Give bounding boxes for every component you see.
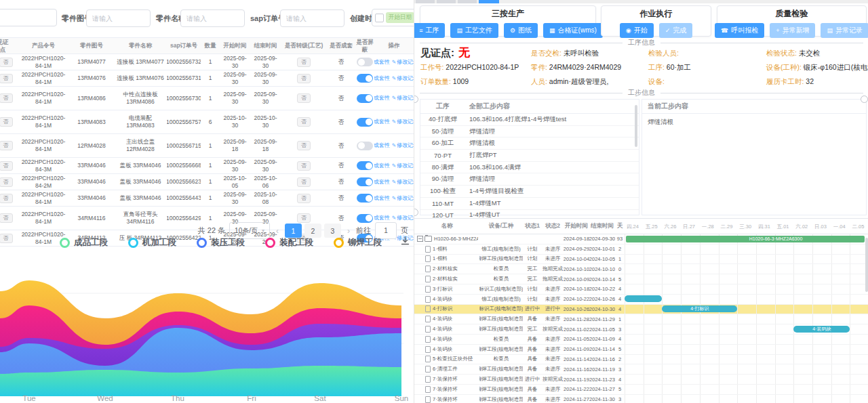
splitter-handle[interactable] [414,96,418,103]
checkbox-icon[interactable] [375,14,384,22]
modify-record-link[interactable]: ✎修改记录 [392,195,414,202]
gantt-bar-task[interactable]: 4·装码块 [793,326,850,333]
kit-link[interactable]: ⌂成套性 [374,195,390,202]
gantt-timeline-row[interactable] [625,295,868,305]
modify-record-link[interactable]: ✎修改记录 [392,163,414,169]
shield-toggle[interactable] [357,214,373,223]
step-row[interactable]: 100·检查1-4号焊缝目视检查 [420,186,639,198]
witness-chip-button[interactable]: 否 [0,194,13,203]
transfer-chip-button[interactable]: 否 [297,74,311,83]
transfer-chip-button[interactable]: 否 [297,117,311,127]
shield-toggle[interactable] [357,118,373,127]
shield-toggle[interactable] [357,58,373,66]
transfer-chip-button[interactable]: 否 [297,58,311,67]
modify-record-link[interactable]: ✎修改记录 [392,75,414,82]
shield-toggle[interactable] [357,194,373,203]
step-row[interactable]: 110·MT1-4焊缝MT [420,198,639,210]
gantt-timeline-row[interactable]: 4·装码块 [625,324,868,335]
page-button-3[interactable]: 3 [324,224,341,238]
gantt-timeline-row[interactable] [625,245,868,255]
page-button-2[interactable]: 2 [304,224,321,238]
witness-chip-button[interactable]: 否 [0,74,13,83]
shield-toggle[interactable] [357,177,373,186]
legend-item[interactable]: 成品工段 [60,237,108,249]
gantt-timeline-row[interactable] [625,395,868,403]
gantt-timeline-row[interactable] [625,314,868,324]
button-合格证(wms)[interactable]: ▦合格证(wms) [543,23,603,38]
transfer-chip-button[interactable]: 否 [297,177,311,187]
shield-toggle[interactable] [357,142,373,150]
truncated-filter-input[interactable] [0,9,57,26]
create-time-range-picker[interactable]: 开始日期 - 结束日期 [372,9,414,26]
button-呼叫报检[interactable]: ☎呼叫报检 [715,23,764,38]
witness-chip-button[interactable]: 否 [0,117,13,127]
tab-segment[interactable] [458,0,477,3]
gantt-timeline-row[interactable] [625,264,868,274]
gantt-timeline-row[interactable] [625,255,868,265]
page-button-1[interactable]: 1 [285,224,302,238]
transfer-chip-button[interactable]: 否 [297,213,311,223]
button-图纸[interactable]: ⚙图纸 [504,23,538,38]
tab-segment[interactable] [416,0,435,3]
collapse-icon[interactable] [417,236,423,242]
active-tab-segment[interactable] [479,0,499,3]
gantt-timeline-row[interactable]: 4·打标识 [625,305,868,315]
legend-item[interactable]: 铆焊工段 [334,237,382,249]
witness-chip-button[interactable]: 否 [0,58,13,67]
shield-toggle[interactable] [357,74,373,83]
gantt-timeline-row[interactable] [625,355,868,365]
transfer-chip-button[interactable]: 否 [297,141,311,150]
modify-record-link[interactable]: ✎修改记录 [392,215,414,221]
modify-record-link[interactable]: ✎修改记录 [392,119,414,125]
gantt-timeline-row[interactable] [625,364,868,375]
tab-segment[interactable] [437,0,456,3]
gantt-bar-task[interactable] [625,295,662,302]
step-row[interactable]: 80·满焊106.3和106.4满焊 [420,162,639,174]
sap-order-input[interactable] [280,9,344,27]
kit-link[interactable]: ⌂成套性 [374,119,390,125]
step-row[interactable]: 90·清理焊缝清理 [420,173,639,186]
button-工序[interactable]: ≡工序 [414,23,445,38]
witness-chip-button[interactable]: 否 [0,213,13,223]
gantt-timeline-row[interactable]: H1020-66-3·MHZ2A6300 [625,234,868,245]
modify-record-link[interactable]: ✎修改记录 [392,142,414,149]
modify-record-link[interactable]: ✎修改记录 [392,95,414,102]
witness-chip-button[interactable]: 否 [0,234,13,243]
next-page-button[interactable]: › [345,226,352,236]
gantt-timeline-row[interactable] [625,385,868,395]
legend-item[interactable]: 装配工段 [265,237,313,249]
kit-link[interactable]: ⌂成套性 [374,75,390,82]
transfer-chip-button[interactable]: 否 [297,161,311,171]
shield-toggle[interactable] [357,94,373,103]
scrollbar[interactable] [635,105,637,147]
gantt-bar-task[interactable]: 4·打标识 [662,305,737,312]
legend-item[interactable]: 装压工段 [197,237,245,249]
step-row[interactable]: 50·清理焊缝清理 [420,126,639,138]
gantt-timeline-row[interactable] [625,284,868,295]
button-完成[interactable]: ✓完成 [659,23,693,38]
step-row[interactable]: 40·打底焊106.3和106.4打底焊1-4号焊缝test [420,114,639,126]
witness-chip-button[interactable]: 否 [0,177,13,187]
date-start-pill[interactable]: 开始日期 [386,12,414,23]
modify-record-link[interactable]: ✎修改记录 [392,179,414,186]
button-工艺文件[interactable]: ▤工艺文件 [450,23,498,38]
step-row[interactable]: 60·加工焊缝清根 [420,137,639,150]
witness-chip-button[interactable]: 否 [0,141,13,150]
kit-link[interactable]: ⌂成套性 [374,142,390,149]
splitter-handle[interactable] [861,96,868,103]
kit-link[interactable]: ⌂成套性 [374,179,390,186]
modify-record-link[interactable]: ✎修改记录 [392,59,414,66]
button-异常新增[interactable]: +异常新增 [770,23,815,38]
kit-link[interactable]: ⌂成套性 [374,163,390,169]
download-icon[interactable] [400,236,410,249]
part-no-input[interactable] [86,9,151,27]
gantt-timeline-row[interactable] [625,345,868,355]
witness-chip-button[interactable]: 否 [0,93,13,103]
step-row[interactable]: 70·PT打底焊PT [420,150,639,162]
scrollbar[interactable] [865,238,868,292]
button-开始[interactable]: ◉开始 [620,23,654,38]
splitter-handle[interactable] [414,209,418,216]
shield-toggle[interactable] [357,161,373,170]
gantt-bar-summary[interactable]: H1020-66-3·MHZ2A6300 [626,236,865,242]
legend-item[interactable]: 机加工段 [128,237,176,249]
